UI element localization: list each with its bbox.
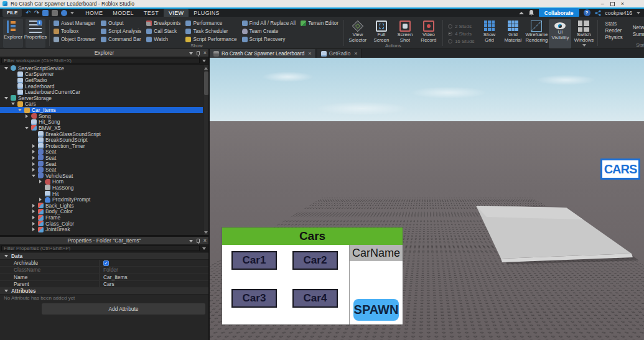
ribbon-button-view-selector[interactable]: View Selector: [347, 19, 369, 43]
section-header-attributes[interactable]: Attributes: [0, 288, 208, 295]
file-menu-button[interactable]: FILE: [2, 9, 22, 17]
tree-row-serverscriptservice[interactable]: ServerScriptService: [0, 65, 203, 71]
username-label[interactable]: cookpie416: [605, 10, 632, 16]
share-icon[interactable]: [595, 10, 601, 16]
expanded-arrow-icon[interactable]: [11, 101, 16, 106]
ribbon-button-full-screen[interactable]: Full Screen: [370, 19, 393, 43]
ribbon-toggle-explorer[interactable]: Explorer: [3, 19, 23, 48]
scene-3d-view[interactable]: CARS Cars Car1 Car2 Car3 Car4 CarName: [210, 58, 644, 340]
tree-row-back-lights[interactable]: Back_Lights: [0, 203, 203, 209]
tree-row-song[interactable]: Song: [0, 113, 203, 119]
collapsed-arrow-icon[interactable]: [31, 227, 36, 232]
menu-test[interactable]: TEST: [139, 9, 164, 17]
tree-row-seat[interactable]: Seat: [0, 161, 203, 167]
tab-ro-crash-car-spawner-leaderboard[interactable]: Ro Crash Car Spawner Leaderboard×: [210, 49, 316, 58]
tree-row-jointbreak[interactable]: JointBreak: [0, 226, 203, 232]
explorer-filter-caret-icon[interactable]: [202, 60, 206, 62]
tree-row-cars[interactable]: Cars: [0, 101, 203, 108]
ribbon-button-script-analysis[interactable]: Script Analysis: [100, 27, 144, 35]
ribbon-button-object-browser[interactable]: Object Browser: [52, 35, 98, 43]
maximize-button[interactable]: [610, 2, 615, 6]
collapsed-arrow-icon[interactable]: [38, 179, 43, 184]
ribbon-button-call-stack[interactable]: Call Stack: [145, 27, 183, 35]
tab-getradio[interactable]: GetRadio×: [317, 49, 362, 58]
tree-row-hit-song[interactable]: Hit_Song: [0, 119, 203, 125]
tree-row-seat[interactable]: Seat: [0, 149, 203, 155]
ribbon-button-performance[interactable]: Performance: [184, 19, 239, 27]
tree-row-serverstorage[interactable]: ServerStorage: [0, 95, 203, 101]
tree-row-car-items[interactable]: Car_Items: [0, 107, 203, 113]
explorer-menu-chevron-icon[interactable]: [189, 52, 193, 55]
ribbon-button-script-performance[interactable]: Script Performance: [184, 35, 239, 43]
tree-row-frame[interactable]: Frame: [0, 214, 203, 221]
ribbon-toggle-properties[interactable]: Properties: [26, 19, 45, 48]
notifications-bell-icon[interactable]: [528, 9, 534, 16]
properties-filter-caret-icon[interactable]: [202, 247, 206, 250]
ribbon-button-asset-manager[interactable]: Asset Manager: [52, 19, 98, 27]
property-value[interactable]: Cars: [100, 281, 208, 287]
stats-button-render[interactable]: Render: [605, 28, 622, 34]
ribbon-button-team-create[interactable]: Team Create: [241, 27, 299, 35]
tree-row-protection-timer[interactable]: Protection_Timer: [0, 143, 203, 149]
scroll-up-icon[interactable]: [204, 66, 208, 70]
menu-view[interactable]: VIEW: [164, 9, 189, 17]
user-menu-caret-icon[interactable]: [637, 12, 640, 14]
collapsed-arrow-icon[interactable]: [31, 167, 36, 172]
expanded-arrow-icon[interactable]: [31, 173, 36, 178]
ribbon-button-output[interactable]: Output: [100, 19, 144, 27]
tree-row-carspawner[interactable]: CarSpawner: [0, 71, 203, 78]
ribbon-button-terrain-editor[interactable]: Terrain Editor: [299, 19, 341, 27]
quick-plugin-icon[interactable]: [42, 10, 49, 16]
tab-close-icon[interactable]: ×: [308, 51, 311, 57]
scroll-down-icon[interactable]: [204, 230, 208, 234]
tree-row-bmw-x5[interactable]: BMW_X5: [0, 125, 203, 131]
tree-row-breaksoundscript[interactable]: BreakSoundScript: [0, 137, 203, 143]
properties-filter-input[interactable]: [1, 246, 200, 251]
ribbon-button-wireframe-rendering[interactable]: Wireframe Rendering: [525, 19, 548, 48]
tree-row-horn[interactable]: Horn: [0, 179, 203, 185]
tree-row-vehicleseat[interactable]: VehicleSeat: [0, 173, 203, 179]
ribbon-button-find-all-replace-all[interactable]: Find All / Replace All: [241, 19, 299, 27]
collapsed-arrow-icon[interactable]: [31, 144, 36, 149]
collapsed-arrow-icon[interactable]: [24, 114, 29, 119]
collaborate-button[interactable]: Collaborate: [539, 8, 579, 17]
stats-button-network[interactable]: Network: [633, 25, 644, 30]
redo-icon[interactable]: ↷: [34, 10, 39, 16]
quick-stop-icon[interactable]: [52, 10, 58, 16]
quick-access-caret-icon[interactable]: [70, 12, 74, 14]
ribbon-button-show-grid[interactable]: Show Grid: [478, 19, 500, 48]
tree-row-leaderboardcurrentcar[interactable]: LeaderboardCurrentCar: [0, 89, 203, 95]
collapsed-arrow-icon[interactable]: [31, 215, 36, 220]
properties-pin-icon[interactable]: [197, 239, 200, 243]
radio-2-studs[interactable]: 2 Studs: [448, 24, 475, 29]
properties-close-icon[interactable]: ×: [203, 238, 207, 244]
collapsed-arrow-icon[interactable]: [31, 149, 36, 154]
ribbon-button-screen-shot[interactable]: Screen Shot: [394, 19, 416, 43]
stats-button-stats[interactable]: Stats: [605, 21, 622, 27]
explorer-close-icon[interactable]: ×: [203, 50, 207, 56]
ribbon-button-command-bar[interactable]: Command Bar: [100, 35, 144, 43]
tree-row-leaderboard[interactable]: Leaderboard: [0, 83, 203, 90]
ribbon-button-grid-material[interactable]: Grid Material: [502, 19, 524, 48]
tree-row-breakglasssoundscript[interactable]: BreakGlassSoundScript: [0, 131, 203, 137]
ribbon-button-toolbox[interactable]: Toolbox: [52, 27, 98, 35]
ribbon-button-video-record[interactable]: Video Record: [418, 19, 440, 43]
car3-button[interactable]: Car3: [231, 289, 277, 308]
radio-4-studs[interactable]: 4 Studs: [448, 31, 475, 37]
quick-find-icon[interactable]: [61, 10, 67, 16]
stats-button-summary[interactable]: Summary: [633, 32, 644, 37]
add-attribute-button[interactable]: Add Attribute: [42, 303, 205, 315]
car4-button[interactable]: Car4: [292, 289, 338, 308]
ribbon-button-script-recovery[interactable]: Script Recovery: [241, 35, 299, 43]
expanded-arrow-icon[interactable]: [4, 66, 9, 71]
property-value[interactable]: ✓: [100, 260, 208, 266]
expanded-arrow-icon[interactable]: [4, 96, 9, 101]
car2-button[interactable]: Car2: [292, 251, 338, 270]
ribbon-button-breakpoints[interactable]: Breakpoints: [145, 19, 183, 27]
explorer-scrollbar[interactable]: [203, 65, 208, 235]
properties-menu-chevron-icon[interactable]: [189, 240, 193, 242]
collapse-ribbon-icon[interactable]: [519, 12, 524, 14]
tree-row-body-color[interactable]: Body_Color: [0, 209, 203, 215]
ribbon-button-task-scheduler[interactable]: Task Scheduler: [184, 27, 239, 35]
collapsed-arrow-icon[interactable]: [31, 162, 36, 167]
